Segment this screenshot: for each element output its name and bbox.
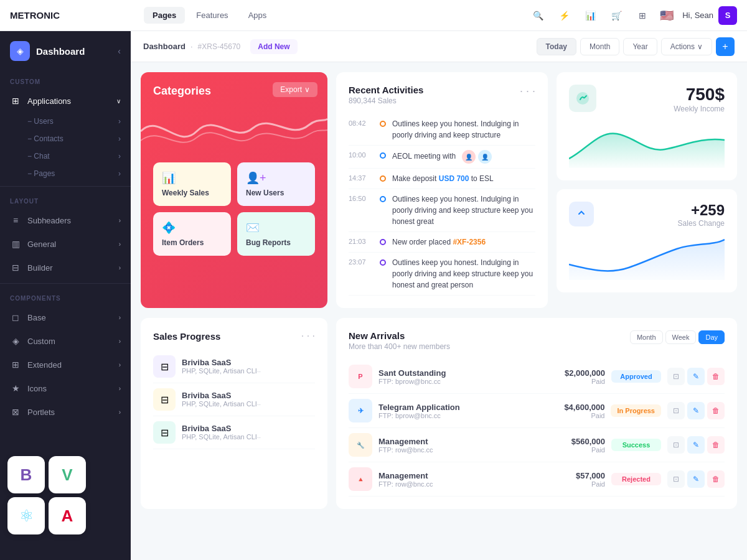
categories-grid: 📊 Weekly Sales 👤+ New Users 💠 Item Order… [153,162,315,256]
delete-button-3[interactable]: 🗑 [707,470,725,488]
copy-button-0[interactable]: ⊡ [667,368,685,385]
arrival-amount-group-1: $4,600,000 Paid [548,403,604,419]
connections-icon[interactable]: ⚡ [555,7,573,24]
avatar-1a: 👤 [462,150,476,164]
arrivals-subtitle: More than 400+ new members [349,342,450,351]
bug-reports-label: Bug Reports [246,238,291,247]
sub-header-right: Today Month Year Actions ∨ + [537,37,735,56]
sidebar-item-base[interactable]: ◻ Base › [0,306,131,329]
bug-reports-icon: ✉️ [246,221,260,235]
user-avatar[interactable]: S [718,6,737,25]
sidebar-item-custom[interactable]: ◈ Custom › [0,329,131,353]
arrival-paid-0: Paid [549,378,605,385]
income-amount: 750$ [674,85,725,105]
activities-menu[interactable]: · · · [520,85,535,98]
sidebar-base-label: Base [27,313,113,322]
arrival-amount-0: $2,000,000 [549,368,605,378]
arrival-paid-1: Paid [548,412,604,419]
activity-text-4: New order placed #XF-2356 [392,236,535,248]
arrival-badge-1: In Progress [611,404,661,417]
sidebar-item-portlets[interactable]: ⊠ Portlets › [0,400,131,424]
sidebar-sub-chat[interactable]: − Chat› [27,147,131,165]
delete-button-1[interactable]: 🗑 [707,402,725,419]
ref-xf2356: #XF-2356 [453,238,486,246]
grid-icon[interactable]: ⊞ [634,7,651,24]
sidebar-brand-name: Dashboard [36,46,85,57]
edit-button-1[interactable]: ✎ [687,402,705,419]
nav-tab-pages[interactable]: Pages [144,7,185,24]
arrival-amount-group-0: $2,000,000 Paid [549,368,605,385]
sidebar-divider-1 [0,186,131,187]
sidebar-sub-contacts[interactable]: − Contacts› [27,130,131,147]
sidebar-item-general[interactable]: ▥ General › [0,232,131,256]
progress-desc-1: PHP, SQLite, Artisan CLI⸱⸱ [182,400,315,408]
nav-tab-features[interactable]: Features [187,7,237,24]
progress-info-1: Briviba SaaS PHP, SQLite, Artisan CLI⸱⸱ [182,391,315,408]
activity-item-1: 10:00 AEOL meeting with 👤 👤 [349,146,535,169]
breadcrumb-separator: · [190,42,193,51]
sidebar-item-extended[interactable]: ⊞ Extended › [0,353,131,376]
sidebar-section-components: COMPONENTS [0,287,131,306]
add-new-button[interactable]: Add New [250,39,297,54]
period-year-button[interactable]: Year [623,38,657,55]
sidebar-item-applications[interactable]: ⊞ Applications ∨ [0,89,131,113]
sidebar-sub-users[interactable]: − Users› [27,113,131,130]
subheaders-icon: ≡ [10,215,21,226]
edit-button-2[interactable]: ✎ [687,436,705,454]
period-today-button[interactable]: Today [537,38,576,55]
export-label: Export [280,85,302,94]
export-button[interactable]: Export ∨ [273,82,317,97]
change-amount: +259 [678,202,725,219]
arrivals-period-buttons: Month Week Day [630,330,725,344]
chevron-down-actions-icon: ∨ [697,42,703,51]
nav-tab-apps[interactable]: Apps [240,7,276,24]
activity-item-4: 21:03 New order placed #XF-2356 [349,232,535,253]
delete-button-2[interactable]: 🗑 [707,436,725,454]
sidebar-item-builder[interactable]: ⊟ Builder › [0,256,131,279]
edit-button-0[interactable]: ✎ [687,368,705,385]
arrivals-month-button[interactable]: Month [630,330,663,344]
sales-progress-title: Sales Progress [153,331,220,342]
arrivals-week-button[interactable]: Week [665,330,697,344]
category-item-weekly-sales[interactable]: 📊 Weekly Sales [153,162,231,206]
delete-button-0[interactable]: 🗑 [707,368,725,385]
right-panel: 750$ Weekly Income [557,72,737,308]
applications-icon: ⊞ [10,95,21,106]
category-item-new-users[interactable]: 👤+ New Users [237,162,315,206]
sidebar-collapse-button[interactable]: ‹ [118,46,121,56]
sidebar-custom-label: Custom [27,337,113,346]
actions-button[interactable]: Actions ∨ [661,38,712,55]
arrival-badge-0: Approved [611,370,661,383]
search-icon[interactable]: 🔍 [529,7,547,24]
extended-icon: ⊞ [10,359,21,370]
arrival-logo-3: 🔺 [354,473,367,485]
custom-icon: ◈ [10,335,21,347]
add-content-button[interactable]: + [716,37,735,56]
activity-time-5: 23:07 [349,258,374,266]
cart-icon[interactable]: 🛒 [608,7,625,24]
copy-button-1[interactable]: ⊡ [667,402,685,419]
avatar-1b: 👤 [478,150,492,164]
edit-button-3[interactable]: ✎ [687,470,705,488]
sales-progress-menu[interactable]: · · · [301,330,315,342]
change-svg [575,207,588,221]
sidebar-item-icons[interactable]: ★ Icons › [0,376,131,400]
chart-icon[interactable]: 📊 [581,7,599,24]
nav-right: 🔍 ⚡ 📊 🛒 ⊞ 🇺🇸 Hi, Sean S [529,6,737,25]
arrival-paid-3: Paid [549,480,605,488]
arrival-actions-0: ⊡ ✎ 🗑 [667,368,725,385]
language-flag[interactable]: 🇺🇸 [660,9,674,22]
sidebar-item-subheaders[interactable]: ≡ Subheaders › [0,208,131,232]
copy-button-2[interactable]: ⊡ [667,436,685,454]
sales-change-chart [569,230,725,280]
category-item-item-orders[interactable]: 💠 Item Orders [153,212,231,256]
copy-button-3[interactable]: ⊡ [667,470,685,488]
sidebar-sub-pages[interactable]: − Pages› [27,165,131,182]
categories-title: Categories [153,85,211,98]
period-month-button[interactable]: Month [580,38,619,55]
arrivals-day-button[interactable]: Day [698,330,725,344]
category-item-bug-reports[interactable]: ✉️ Bug Reports [237,212,315,256]
arrival-ftp-1: FTP: bprow@bnc.cc [378,412,542,419]
sales-progress-card: Sales Progress · · · ⊟ Briviba SaaS PHP,… [141,318,327,509]
svg-text:✈: ✈ [358,407,364,414]
